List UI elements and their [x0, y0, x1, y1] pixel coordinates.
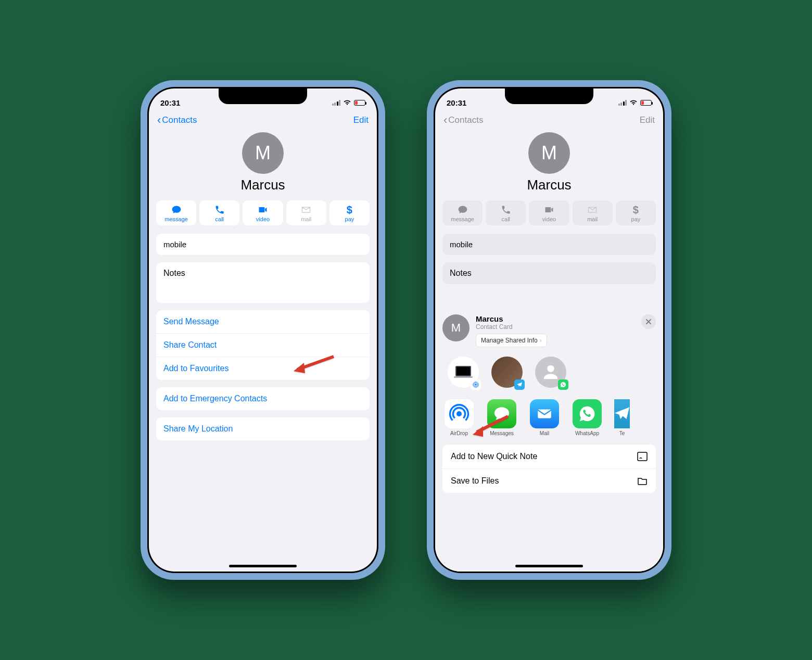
phone-label: mobile: [442, 234, 656, 255]
close-sheet-button[interactable]: [641, 314, 656, 329]
messages-icon: [487, 399, 516, 428]
notes-card[interactable]: Notes: [156, 262, 370, 303]
add-favourites-link[interactable]: Add to Favourites: [156, 357, 370, 380]
sheet-header: M Marcus Contact Card Manage Shared Info…: [435, 307, 663, 352]
notch: [219, 88, 307, 104]
action-message[interactable]: message: [156, 200, 196, 225]
mail-icon: [587, 205, 598, 215]
recipient-person-telegram[interactable]: [491, 357, 523, 388]
chevron-right-icon: ›: [540, 337, 542, 344]
avatar: M: [528, 132, 570, 174]
telegram-badge-icon: [514, 379, 525, 390]
chevron-left-icon: ‹: [443, 115, 447, 126]
message-icon: [457, 205, 468, 215]
recipient-person-whatsapp[interactable]: [535, 357, 566, 388]
send-message-link[interactable]: Send Message: [156, 310, 370, 334]
close-icon: [645, 319, 652, 325]
phone-card[interactable]: mobile: [156, 234, 370, 255]
app-telegram-partial[interactable]: Te: [614, 399, 630, 436]
svg-point-6: [547, 365, 554, 372]
action-message: message: [442, 200, 483, 225]
action-video[interactable]: video: [243, 200, 283, 225]
sheet-avatar: M: [442, 314, 470, 341]
phone-card: mobile: [442, 234, 656, 255]
home-indicator[interactable]: [229, 565, 297, 567]
airdrop-badge-icon: [471, 379, 481, 390]
add-quick-note-row[interactable]: Add to New Quick Note: [442, 445, 656, 469]
app-whatsapp[interactable]: WhatsApp: [572, 399, 603, 436]
svg-point-3: [475, 384, 477, 386]
action-mail: mail: [286, 200, 326, 225]
app-mail[interactable]: Mail: [529, 399, 560, 436]
action-call[interactable]: call: [199, 200, 239, 225]
app-airdrop[interactable]: AirDrop: [443, 399, 475, 436]
notch: [505, 88, 593, 104]
action-row: message call video mail $ pay: [149, 200, 377, 225]
links-card-3: Share My Location: [156, 417, 370, 440]
video-icon: [257, 205, 269, 215]
save-to-files-row[interactable]: Save to Files: [442, 469, 656, 493]
folder-icon: [637, 477, 648, 485]
share-sheet: M Marcus Contact Card Manage Shared Info…: [435, 307, 663, 572]
svg-rect-8: [538, 410, 551, 418]
phone-icon: [500, 205, 512, 215]
svg-point-7: [456, 411, 462, 416]
chevron-left-icon: ‹: [157, 115, 161, 126]
contact-name: Marcus: [149, 177, 377, 193]
share-location-link[interactable]: Share My Location: [156, 417, 370, 440]
phone-icon: [214, 205, 225, 215]
home-indicator[interactable]: [515, 565, 583, 567]
action-video: video: [529, 200, 569, 225]
edit-button: Edit: [640, 115, 655, 125]
sheet-subtitle: Contact Card: [476, 323, 635, 331]
whatsapp-badge-icon: [558, 379, 568, 390]
mail-icon: [300, 205, 312, 215]
telegram-icon: [614, 399, 630, 428]
nav-bar: ‹Contacts Edit: [435, 111, 663, 128]
avatar: M: [242, 132, 284, 174]
share-apps-row: AirDrop Messages Mail: [435, 395, 663, 441]
pay-icon: $: [347, 205, 352, 215]
back-button[interactable]: ‹Contacts: [157, 115, 197, 126]
action-mail: mail: [573, 200, 613, 225]
phone-label: mobile: [156, 234, 370, 255]
contact-name: Marcus: [435, 177, 663, 193]
nav-bar: ‹Contacts Edit: [149, 111, 377, 128]
battery-icon: [640, 100, 652, 106]
battery-icon: [354, 100, 365, 106]
quick-note-icon: [637, 452, 648, 461]
recipient-macbook[interactable]: [448, 357, 479, 388]
wifi-icon: [343, 99, 351, 106]
mail-app-icon: [530, 399, 559, 428]
manage-shared-info-button[interactable]: Manage Shared Info ›: [476, 334, 547, 347]
sheet-actions-list: Add to New Quick Note Save to Files: [442, 445, 656, 493]
notes-label: Notes: [156, 262, 370, 284]
wifi-icon: [629, 99, 638, 106]
status-time: 20:31: [447, 98, 466, 107]
share-contact-link[interactable]: Share Contact: [156, 334, 370, 357]
svg-rect-1: [456, 367, 470, 375]
pay-icon: $: [633, 205, 639, 215]
add-emergency-link[interactable]: Add to Emergency Contacts: [156, 387, 370, 410]
action-pay: $ pay: [616, 200, 656, 225]
signal-icon: [618, 100, 627, 106]
notes-label: Notes: [442, 262, 656, 284]
sheet-title: Marcus: [476, 314, 635, 323]
edit-button[interactable]: Edit: [353, 115, 369, 125]
signal-icon: [332, 100, 341, 106]
phone-left: 20:31 ‹Contacts Edit M Marcus message: [141, 80, 385, 580]
video-icon: [543, 205, 555, 215]
action-pay[interactable]: $ pay: [329, 200, 370, 225]
svg-rect-2: [454, 376, 473, 378]
action-row: message call video mail $ pay: [435, 200, 663, 225]
message-icon: [171, 205, 182, 215]
status-time: 20:31: [160, 98, 180, 107]
links-card-2: Add to Emergency Contacts: [156, 387, 370, 410]
whatsapp-icon: [573, 399, 602, 428]
phone-right: 20:31 ‹Contacts Edit M Marcus message: [427, 80, 671, 580]
svg-rect-9: [638, 452, 647, 461]
notes-card: Notes: [442, 262, 656, 284]
app-messages[interactable]: Messages: [486, 399, 517, 436]
macbook-icon: [453, 364, 474, 380]
back-button: ‹Contacts: [443, 115, 483, 126]
